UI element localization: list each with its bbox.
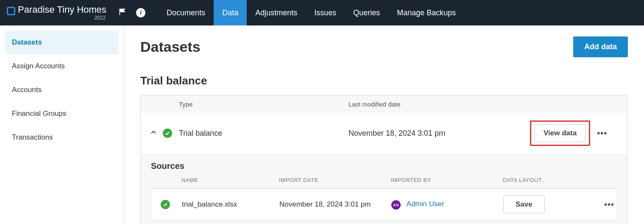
nav-label: Queries bbox=[353, 8, 380, 17]
chevron-up-icon[interactable] bbox=[150, 129, 157, 138]
sidebar-item-datasets[interactable]: Datasets bbox=[5, 31, 119, 54]
sidebar-item-assign-accounts[interactable]: Assign Accounts bbox=[5, 54, 119, 78]
sources-title: Sources bbox=[151, 161, 617, 171]
nav-documents[interactable]: Documents bbox=[158, 0, 214, 25]
flag-icon[interactable] bbox=[118, 8, 127, 18]
sources-col-imported-by: IMPORTED BY bbox=[388, 177, 500, 183]
sources-col-name: NAME bbox=[179, 177, 276, 183]
sources-col-import-date: IMPORT DATE bbox=[276, 177, 388, 183]
nav-label: Issues bbox=[314, 8, 336, 17]
sidebar-item-accounts[interactable]: Accounts bbox=[5, 78, 119, 102]
sources-panel: Sources NAME IMPORT DATE IMPORTED BY DAT… bbox=[141, 154, 627, 224]
avatar: AU bbox=[391, 200, 401, 210]
save-layout-button[interactable]: Save bbox=[503, 196, 545, 213]
layout: Datasets Assign Accounts Accounts Financ… bbox=[0, 25, 644, 224]
nav-label: Manage Backups bbox=[397, 8, 456, 17]
dataset-modified: November 18, 2024 3:01 pm bbox=[348, 129, 530, 138]
status-ok-icon bbox=[161, 200, 170, 209]
status-ok-icon bbox=[163, 129, 172, 138]
nav-data[interactable]: Data bbox=[214, 0, 247, 25]
column-header-modified: Last modified date bbox=[348, 101, 530, 108]
more-options-icon[interactable]: ••• bbox=[597, 129, 607, 138]
source-row: trial_balance.xlsx November 18, 2024 3:0… bbox=[151, 188, 617, 221]
sidebar-item-label: Transactions bbox=[12, 133, 53, 141]
column-header-type: Type bbox=[179, 101, 348, 108]
page-title: Datasets bbox=[140, 39, 201, 55]
add-data-button[interactable]: Add data bbox=[573, 36, 628, 57]
nav-label: Data bbox=[222, 8, 238, 17]
top-bar: Paradise Tiny Homes 2022 i Documents Dat… bbox=[0, 0, 644, 25]
nav-issues[interactable]: Issues bbox=[306, 0, 345, 25]
dataset-type: Trial balance bbox=[179, 129, 348, 138]
sidebar-item-label: Datasets bbox=[12, 38, 42, 46]
app-title: Paradise Tiny Homes bbox=[18, 4, 106, 15]
sources-col-data-layout: DATA LAYOUT bbox=[500, 177, 577, 183]
content-header: Datasets Add data bbox=[140, 36, 628, 57]
sidebar-item-label: Financial Groups bbox=[12, 109, 67, 118]
app-year: 2022 bbox=[18, 15, 106, 21]
nav-label: Adjustments bbox=[255, 8, 297, 17]
section-title: Trial balance bbox=[140, 74, 628, 87]
sources-header-row: NAME IMPORT DATE IMPORTED BY DATA LAYOUT bbox=[151, 177, 617, 188]
sidebar-item-financial-groups[interactable]: Financial Groups bbox=[5, 102, 119, 126]
highlight-annotation: View data bbox=[530, 120, 590, 146]
nav-queries[interactable]: Queries bbox=[345, 0, 388, 25]
nav-manage-backups[interactable]: Manage Backups bbox=[388, 0, 464, 25]
app-title-wrap: Paradise Tiny Homes 2022 bbox=[18, 4, 106, 21]
dataset-card: Type Last modified date Trial balance bbox=[140, 95, 628, 224]
sidebar-item-transactions[interactable]: Transactions bbox=[5, 126, 119, 149]
source-imported-by: AU Admin User bbox=[389, 200, 501, 210]
more-options-icon[interactable]: ••• bbox=[604, 200, 614, 210]
info-icon[interactable]: i bbox=[136, 8, 145, 17]
app-badge[interactable]: Paradise Tiny Homes 2022 bbox=[4, 4, 109, 21]
dataset-row: Trial balance November 18, 2024 3:01 pm … bbox=[141, 113, 627, 154]
sidebar: Datasets Assign Accounts Accounts Financ… bbox=[0, 25, 124, 224]
main-nav: Documents Data Adjustments Issues Querie… bbox=[158, 0, 464, 25]
sidebar-item-label: Accounts bbox=[12, 86, 42, 94]
view-data-button[interactable]: View data bbox=[535, 124, 585, 142]
sidebar-item-label: Assign Accounts bbox=[12, 62, 65, 70]
source-import-date: November 18, 2024 3:01 pm bbox=[277, 200, 389, 209]
app-logo-icon bbox=[7, 7, 15, 15]
content-area: Datasets Add data Trial balance Type Las… bbox=[124, 25, 644, 224]
nav-label: Documents bbox=[167, 8, 205, 17]
source-file-name: trial_balance.xlsx bbox=[179, 200, 277, 209]
imported-by-user-link[interactable]: Admin User bbox=[407, 200, 444, 208]
dataset-header-row: Type Last modified date bbox=[141, 95, 627, 113]
nav-adjustments[interactable]: Adjustments bbox=[247, 0, 306, 25]
